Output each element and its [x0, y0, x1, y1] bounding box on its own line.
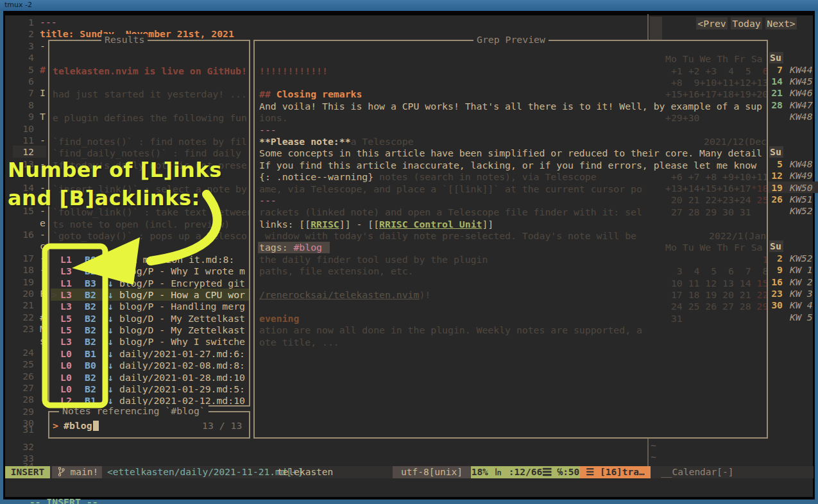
calendar-week-label-run: KW 2	[790, 276, 813, 287]
result-row[interactable]: L3B2↓blog/P - Why I switche	[49, 336, 249, 348]
line-number-run: 19	[22, 276, 34, 287]
calendar-bleed-text-run: 10 11 12 13 14	[665, 278, 751, 289]
calendar-day[interactable]: 28	[770, 99, 783, 111]
calendar-week-label-run: KW48	[790, 158, 813, 169]
mode-message: -- INSERT --	[6, 485, 98, 504]
backlinks-count-badge: B2	[85, 313, 96, 324]
result-note-name: blog/P - Why I switche	[119, 336, 245, 348]
line-number: 20	[13, 288, 34, 299]
calendar-week-label-run: KW52	[790, 205, 813, 216]
result-row[interactable]: L3B2↓blog/P - Why I wrote m	[49, 265, 249, 277]
calendar-nav-today[interactable]: Today	[731, 17, 762, 29]
calendar-day[interactable]: 21	[770, 87, 783, 99]
line-number-run: 21	[22, 299, 34, 310]
calendar-day[interactable]: 19	[770, 182, 783, 194]
line-number: 25	[13, 358, 34, 370]
window-titlebar: tmux -2	[0, 0, 818, 11]
preview-line-run: ]]	[482, 219, 493, 230]
calendar-day[interactable]: 16	[770, 276, 783, 288]
calendar-day[interactable]: 5	[770, 158, 783, 170]
calendar-bleed-text: 31	[665, 313, 683, 324]
calendar-day[interactable]: 7	[770, 64, 783, 76]
line-number: 4	[13, 52, 34, 63]
result-note-name: blog/D - My Zettelkast	[119, 313, 245, 324]
preview-line-run: RRISC	[311, 219, 339, 230]
git-branch-icon	[58, 467, 65, 476]
preview-line: If you find this article inaccurate, lac…	[259, 160, 756, 171]
result-row[interactable]: L5B2↓blog/D - My Zettelkast	[49, 313, 249, 324]
calendar-su-header-run: Su	[770, 240, 781, 251]
links-count-badge: L3	[60, 336, 72, 348]
line-number-run: 5	[28, 64, 34, 75]
calendar-day[interactable]: 30	[770, 299, 783, 311]
buffer-first-char: -	[40, 135, 46, 146]
note-arrow-icon: ↓	[108, 289, 114, 301]
line-number-run: 16	[22, 229, 34, 240]
statusline-tab-info-text: ☰ [16]tra…	[586, 467, 645, 477]
preview-line-run: **Please note:**	[259, 136, 351, 147]
results-bleed-text: ts note to open (incl. preview)	[53, 219, 230, 230]
line-number-run: 11	[22, 135, 34, 146]
result-row[interactable]: L1B3↓blog/P - Encrypted git	[49, 278, 249, 289]
calendar-bleed-text: +29+30	[665, 112, 699, 124]
backlinks-count-badge: B2	[85, 336, 96, 348]
preview-line-run: a Telescope	[351, 136, 414, 147]
buffer-first-char-run: F	[40, 288, 46, 299]
buffer-first-char-run: #	[40, 312, 46, 323]
calendar-su-header: Su	[770, 52, 781, 63]
preview-line-run: )!	[419, 289, 430, 300]
calendar-week-label: KW48	[790, 111, 813, 122]
result-row[interactable]: L3B2↓blog/P - Handling merg	[49, 301, 249, 312]
calendar-day[interactable]: 23	[770, 288, 783, 299]
calendar-day[interactable]: 26	[770, 194, 783, 205]
line-number: 2	[13, 28, 34, 40]
line-number-run: 12	[22, 146, 34, 157]
window-title: tmux -2	[4, 1, 32, 9]
preview-line-run: #blog	[293, 242, 322, 253]
preview-line-run: rackets (linked note) and open a Telesco…	[259, 206, 642, 217]
prompt-input[interactable]: #blog	[64, 420, 92, 432]
calendar-su-header-run: Su	[770, 52, 781, 63]
line-number-run: 8	[28, 99, 34, 110]
result-note-name: blog/P - Why I wrote m	[119, 265, 245, 277]
result-row[interactable]: L0B2↓daily/2021-01-29.md:5:	[49, 383, 249, 395]
calendar-day[interactable]: 2	[770, 253, 783, 264]
calendar-week-label: KW52	[790, 205, 813, 217]
calendar-day[interactable]: 12	[770, 170, 783, 181]
result-row[interactable]: L0B1↓daily/2021-01-27.md:6:	[49, 348, 249, 360]
preview-line: And voila! This is how a CPU works! That…	[259, 101, 762, 112]
preview-line-run: window with today's daily note pre-selec…	[259, 230, 636, 241]
note-arrow-icon: ↓	[108, 372, 114, 383]
backlinks-count-badge: B2	[85, 289, 96, 301]
preview-line-run: ---	[259, 195, 277, 206]
buffer-first-char-run: s	[40, 335, 46, 346]
empty-line-tilde: ~	[651, 451, 656, 463]
preview-line-run: And voila! This is how a CPU works! That…	[259, 101, 762, 112]
buffer-first-char-run: e	[40, 217, 46, 228]
calendar-su-header-run: Su	[770, 146, 781, 157]
line-number-run: 3	[28, 40, 34, 51]
results-bleed-text: `find_notes()` : find notes by fil	[53, 136, 247, 147]
calendar-su-header: Su	[770, 240, 781, 252]
calendar-day-run: 28	[771, 99, 783, 110]
preview-line-run: ##	[259, 88, 277, 99]
calendar-nav-next[interactable]: Next>	[765, 17, 797, 29]
calendar-week-label: KW46	[790, 87, 813, 99]
prompt-cursor	[93, 421, 99, 431]
calendar-week-label-run: KW51	[790, 194, 813, 205]
results-bleed-text-run: `find_notes()` : find notes by fil	[53, 136, 247, 147]
result-row[interactable]: L0B0↓daily/2021-02-08.md:8:	[49, 360, 249, 371]
line-number: 18	[13, 264, 34, 276]
result-row[interactable]: L5B2↓blog/D - My Zettelkast	[49, 324, 249, 336]
result-row[interactable]: L0B2↓daily/2021-01-28.md:10	[49, 372, 249, 383]
preview-line-run: paths, file extension, etc.	[259, 265, 414, 276]
calendar-day[interactable]: 14	[770, 76, 783, 87]
calendar-nav-prev[interactable]: <Prev	[696, 17, 728, 29]
calendar-day[interactable]: 9	[770, 264, 783, 276]
result-row[interactable]: L3B2↓blog/P - How a CPU wor	[49, 289, 249, 301]
buffer-line-3-run: -	[40, 40, 46, 51]
line-number: 7	[13, 87, 34, 99]
results-bleed-text: telekasten.nvim is live on GitHub!	[53, 65, 247, 77]
result-row[interactable]: L1B0↓i mention it.md:8:	[49, 254, 249, 265]
calendar-bleed-text: +15+16+17+18+19+20	[665, 88, 768, 100]
